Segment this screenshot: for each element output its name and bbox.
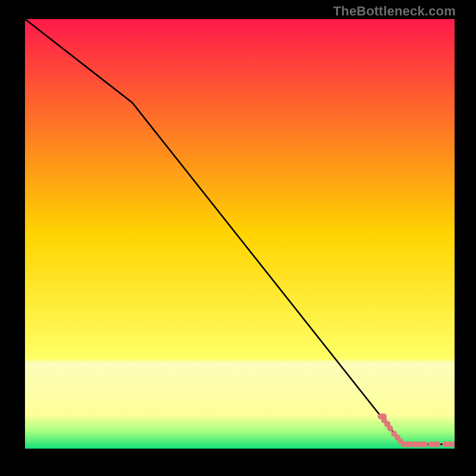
- watermark-text: TheBottleneck.com: [333, 4, 456, 19]
- plot-area: [25, 19, 455, 449]
- chart-stage: TheBottleneck.com: [0, 0, 476, 476]
- dot: [442, 441, 448, 447]
- dot: [434, 441, 440, 447]
- dot: [387, 425, 393, 431]
- dot: [421, 441, 427, 447]
- gradient-background: [25, 19, 455, 449]
